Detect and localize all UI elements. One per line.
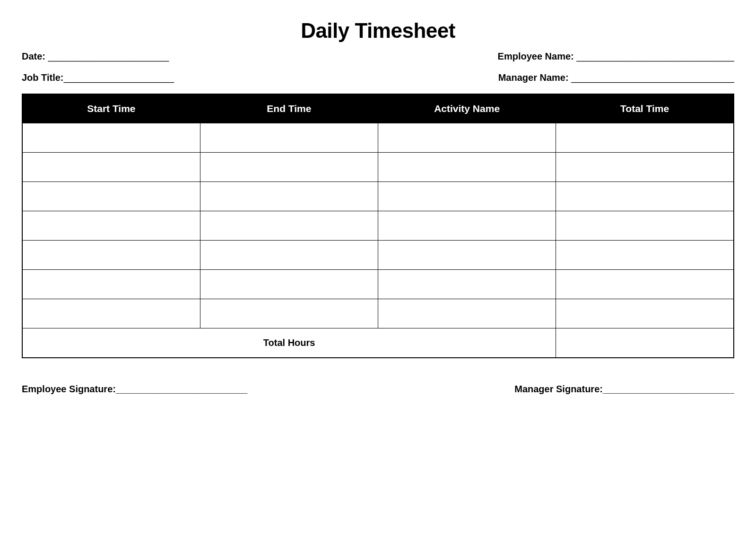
header-total-time: Total Time: [556, 94, 734, 123]
date-field: Date: _______________________: [22, 51, 169, 62]
table-row: [22, 270, 734, 299]
job-title-label: Job Title:: [22, 72, 64, 83]
table-cell: [378, 182, 556, 211]
table-cell: [22, 299, 200, 328]
timesheet-table: Start Time End Time Activity Name Total …: [22, 94, 734, 358]
table-cell: [378, 299, 556, 328]
table-cell: [556, 241, 734, 270]
table-cell: [22, 123, 200, 153]
table-cell: [200, 241, 378, 270]
employee-name-line: ______________________________: [576, 51, 734, 61]
manager-name-line: _______________________________: [571, 72, 734, 83]
table-cell: [556, 211, 734, 241]
info-row-1: Date: _______________________ Employee N…: [22, 51, 734, 62]
table-cell: [378, 241, 556, 270]
job-title-field: Job Title:_____________________: [22, 72, 174, 83]
table-cell: [22, 182, 200, 211]
table-cell: [378, 270, 556, 299]
table-cell: [378, 211, 556, 241]
table-cell: [200, 211, 378, 241]
signature-row: Employee Signature:_____________________…: [22, 384, 734, 395]
page-title: Daily Timesheet: [22, 19, 734, 43]
table-cell: [200, 182, 378, 211]
table-row: [22, 182, 734, 211]
job-title-line: _____________________: [64, 72, 174, 83]
table-cell: [22, 270, 200, 299]
table-cell: [556, 270, 734, 299]
employee-name-label: Employee Name:: [498, 51, 577, 61]
info-row-2: Job Title:_____________________ Manager …: [22, 72, 734, 83]
date-label: Date:: [22, 51, 48, 61]
table-cell: [556, 182, 734, 211]
header-start-time: Start Time: [22, 94, 200, 123]
manager-name-label: Manager Name:: [498, 72, 572, 83]
table-row: [22, 211, 734, 241]
total-hours-value: [556, 328, 734, 358]
table-row: [22, 123, 734, 153]
manager-name-field: Manager Name: __________________________…: [498, 72, 734, 83]
header-activity: Activity Name: [378, 94, 556, 123]
table-cell: [200, 123, 378, 153]
total-hours-label: Total Hours: [22, 328, 556, 358]
table-cell: [556, 153, 734, 182]
manager-signature-label: Manager Signature:: [514, 384, 603, 394]
table-cell: [22, 241, 200, 270]
employee-signature-field: Employee Signature:_____________________…: [22, 384, 247, 395]
table-cell: [22, 211, 200, 241]
total-row: Total Hours: [22, 328, 734, 358]
table-row: [22, 241, 734, 270]
employee-signature-label: Employee Signature:: [22, 384, 116, 394]
table-cell: [200, 299, 378, 328]
manager-signature-field: Manager Signature:______________________…: [514, 384, 734, 395]
table-row: [22, 153, 734, 182]
header-row: Start Time End Time Activity Name Total …: [22, 94, 734, 123]
table-cell: [200, 153, 378, 182]
table-row: [22, 299, 734, 328]
employee-signature-line: _________________________: [116, 384, 247, 394]
table-cell: [556, 299, 734, 328]
table-cell: [378, 123, 556, 153]
table-cell: [200, 270, 378, 299]
employee-name-field: Employee Name: _________________________…: [498, 51, 734, 62]
manager-signature-line: _________________________: [603, 384, 734, 394]
table-cell: [378, 153, 556, 182]
table-cell: [22, 153, 200, 182]
table-cell: [556, 123, 734, 153]
date-line: _______________________: [48, 51, 169, 61]
header-end-time: End Time: [200, 94, 378, 123]
